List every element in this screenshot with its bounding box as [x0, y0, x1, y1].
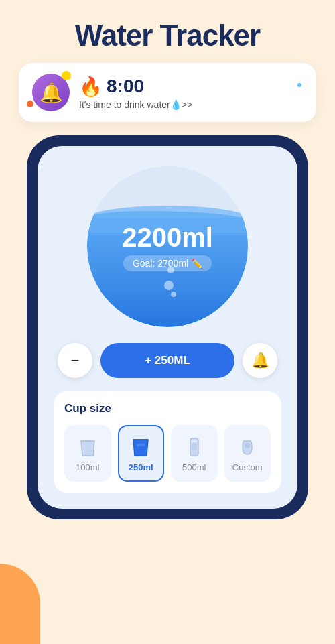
page-title: Water Tracker: [0, 0, 335, 63]
notification-card: 🔔 🔥 8:00 It's time to drink water💧>>: [19, 63, 316, 122]
cup-icon-250ml: [129, 434, 153, 458]
notification-icon: 🔔: [32, 74, 70, 111]
cup-label-500ml: 500ml: [182, 462, 206, 472]
notification-content: 🔥 8:00 It's time to drink water💧>>: [79, 76, 303, 110]
water-circle-container: 2200ml Goal: 2700ml ✏️: [54, 166, 281, 327]
deco-dot-blue: [297, 83, 302, 87]
cup-size-section: Cup size 100ml: [54, 391, 281, 493]
fire-emoji: 🔥: [79, 76, 103, 98]
cup-options: 100ml 250ml: [64, 425, 271, 482]
water-goal: Goal: 2700ml ✏️: [123, 255, 212, 271]
svg-rect-3: [192, 444, 197, 450]
bubble-3: [171, 292, 176, 297]
cup-label-custom: Custom: [232, 462, 263, 472]
cup-option-custom[interactable]: Custom: [224, 425, 271, 482]
water-text: 2200ml Goal: 2700ml ✏️: [122, 222, 213, 271]
cup-icon-custom: [235, 434, 259, 458]
add-water-button[interactable]: + 250ML: [100, 343, 234, 378]
cup-label-100ml: 100ml: [76, 462, 99, 472]
cup-icon-100ml: [76, 434, 100, 458]
notification-message: It's time to drink water💧>>: [79, 99, 303, 110]
add-label: + 250ML: [145, 354, 190, 367]
decrease-button[interactable]: −: [58, 343, 92, 378]
bubble-2: [164, 281, 174, 290]
phone-screen: 2200ml Goal: 2700ml ✏️ − + 250ML 🔔 Cup s…: [38, 146, 297, 509]
water-amount: 2200ml: [122, 222, 213, 253]
deco-dot-orange: [27, 101, 34, 107]
reminder-bell-icon: 🔔: [251, 352, 269, 369]
svg-rect-2: [192, 440, 197, 442]
water-circle: 2200ml Goal: 2700ml ✏️: [87, 166, 248, 327]
reminder-button[interactable]: 🔔: [243, 343, 277, 378]
cup-option-100ml[interactable]: 100ml: [64, 425, 111, 482]
cup-option-500ml[interactable]: 500ml: [171, 425, 218, 482]
controls-row: − + 250ML 🔔: [54, 343, 281, 378]
minus-icon: −: [71, 352, 80, 369]
bell-icon: 🔔: [40, 82, 63, 104]
phone-frame: 2200ml Goal: 2700ml ✏️ − + 250ML 🔔 Cup s…: [27, 135, 308, 519]
cup-icon-500ml: [182, 434, 206, 458]
notification-time: 🔥 8:00: [79, 76, 303, 98]
cup-label-250ml: 250ml: [129, 462, 153, 472]
svg-rect-0: [137, 444, 145, 446]
cup-size-title: Cup size: [64, 402, 271, 415]
cup-option-250ml[interactable]: 250ml: [118, 425, 165, 482]
deco-orange-shape: [0, 564, 40, 644]
